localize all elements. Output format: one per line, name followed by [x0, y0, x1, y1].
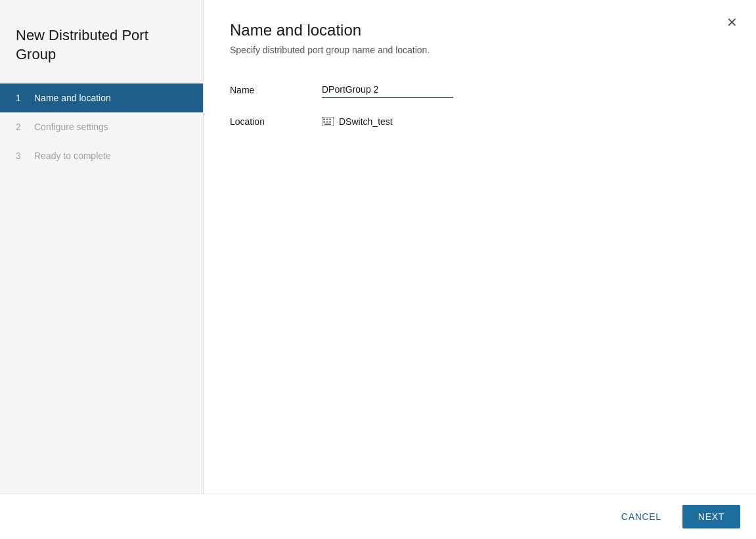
cancel-button[interactable]: CANCEL: [608, 505, 675, 528]
svg-rect-4: [323, 122, 325, 123]
next-button[interactable]: NEXT: [682, 505, 740, 528]
name-label: Name: [230, 85, 322, 95]
sidebar-title: New Distributed Port Group: [0, 13, 203, 83]
svg-rect-2: [326, 119, 328, 120]
sidebar: New Distributed Port Group 1 Name and lo…: [0, 0, 204, 494]
content-subtitle: Specify distributed port group name and …: [230, 45, 730, 55]
location-value: DSwitch_test: [322, 116, 730, 127]
svg-rect-3: [329, 119, 331, 120]
svg-rect-5: [326, 122, 328, 123]
switch-icon: [322, 117, 334, 126]
svg-rect-1: [323, 119, 325, 120]
content-title: Name and location: [230, 21, 730, 39]
name-row: Name: [230, 82, 730, 98]
close-button[interactable]: ✕: [724, 13, 740, 32]
step-label-3: Ready to complete: [34, 151, 111, 161]
name-value: [322, 82, 730, 98]
step-number-3: 3: [16, 151, 26, 161]
sidebar-step-1[interactable]: 1 Name and location: [0, 83, 203, 112]
step-label-1: Name and location: [34, 93, 111, 103]
location-text: DSwitch_test: [339, 116, 393, 127]
step-number-2: 2: [16, 122, 26, 132]
svg-rect-7: [324, 124, 331, 125]
sidebar-step-2[interactable]: 2 Configure settings: [0, 112, 203, 141]
step-label-2: Configure settings: [34, 122, 108, 132]
form-section: Name Location: [230, 82, 730, 127]
sidebar-steps: 1 Name and location 2 Configure settings…: [0, 83, 203, 170]
dialog: New Distributed Port Group 1 Name and lo…: [0, 0, 756, 539]
main-content: ✕ Name and location Specify distributed …: [204, 0, 756, 494]
location-display: DSwitch_test: [322, 116, 730, 127]
name-input[interactable]: [322, 82, 453, 98]
sidebar-step-3[interactable]: 3 Ready to complete: [0, 141, 203, 170]
step-number-1: 1: [16, 93, 26, 103]
location-label: Location: [230, 116, 322, 127]
svg-rect-6: [329, 122, 331, 123]
dialog-body: New Distributed Port Group 1 Name and lo…: [0, 0, 756, 494]
location-row: Location: [230, 116, 730, 127]
dialog-footer: CANCEL NEXT: [0, 494, 756, 539]
